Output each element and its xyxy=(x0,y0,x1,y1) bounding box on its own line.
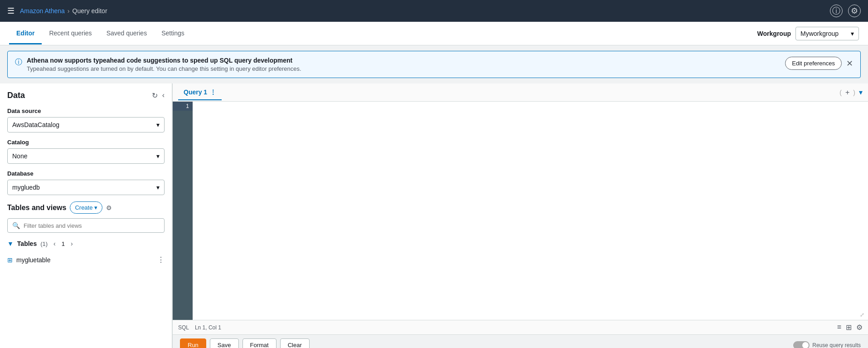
database-arrow: ▾ xyxy=(156,184,160,191)
create-button[interactable]: Create ▾ xyxy=(70,201,102,214)
breadcrumb-current: Query editor xyxy=(73,7,107,15)
sidebar-icons: ↻ ‹ xyxy=(152,91,165,100)
create-button-arrow: ▾ xyxy=(94,204,97,211)
catalog-label: Catalog xyxy=(7,139,165,146)
alert-close-icon[interactable]: ✕ xyxy=(846,59,853,69)
align-icon[interactable]: ≡ xyxy=(837,323,841,332)
sidebar: Data ↻ ‹ Data source AwsDataCatalog ▾ Ca… xyxy=(0,83,172,348)
database-label: Database xyxy=(7,170,165,177)
tabs-bar: Editor Recent queries Saved queries Sett… xyxy=(0,22,868,45)
clear-button[interactable]: Clear xyxy=(280,338,310,348)
search-icon: 🔍 xyxy=(12,222,20,229)
open-paren-icon: ( xyxy=(839,89,842,96)
query-tab-actions: ( + ) ▾ xyxy=(839,88,863,97)
tab-recent-queries[interactable]: Recent queries xyxy=(42,23,99,44)
catalog-arrow: ▾ xyxy=(156,152,160,160)
editor-textarea[interactable] xyxy=(193,102,868,320)
table-item-menu-icon[interactable]: ⋮ xyxy=(157,255,165,264)
workgroup-value: Myworkgroup xyxy=(800,30,839,37)
reuse-results-area: Reuse query results xyxy=(793,341,861,348)
tables-views-title: Tables and views xyxy=(7,204,66,212)
catalog-select[interactable]: None ▾ xyxy=(7,148,165,164)
table-item-name[interactable]: mygluetable xyxy=(16,256,154,264)
app-name-link[interactable]: Amazon Athena xyxy=(20,7,65,15)
tab-saved-queries[interactable]: Saved queries xyxy=(99,23,155,44)
toggle-thumb xyxy=(802,342,809,348)
workgroup-area: Workgroup Myworkgroup ▾ xyxy=(757,27,859,40)
bottom-toolbar: Run Save Format Clear Reuse query result… xyxy=(173,334,868,348)
resize-handle[interactable]: ⤢ xyxy=(860,312,864,318)
sidebar-header: Data ↻ ‹ xyxy=(7,91,165,100)
editor-body[interactable] xyxy=(193,102,868,320)
query-tabs-bar: Query 1 ⋮ ( + ) ▾ xyxy=(173,83,868,102)
alert-info-icon: ⓘ xyxy=(15,58,22,67)
editor-settings-icon[interactable]: ⚙ xyxy=(856,323,863,332)
edit-preferences-button[interactable]: Edit preferences xyxy=(785,57,842,70)
tabs-list: Editor Recent queries Saved queries Sett… xyxy=(9,23,757,44)
alert-description: Typeahead suggestions are turned on by d… xyxy=(27,65,781,72)
query-tab-menu-icon[interactable]: ⋮ xyxy=(210,88,216,96)
hamburger-icon[interactable]: ☰ xyxy=(7,6,15,16)
workgroup-select[interactable]: Myworkgroup ▾ xyxy=(795,27,859,40)
data-source-label: Data source xyxy=(7,108,165,114)
settings-nav-icon[interactable]: ⚙ xyxy=(848,5,861,17)
main-layout: Data ↻ ‹ Data source AwsDataCatalog ▾ Ca… xyxy=(0,83,868,348)
database-value: mygluedb xyxy=(12,184,40,191)
refresh-icon[interactable]: ↻ xyxy=(152,91,158,100)
breadcrumb: Amazon Athena › Query editor xyxy=(20,7,107,15)
sidebar-title: Data xyxy=(7,91,25,100)
close-paren-icon: ) xyxy=(853,89,855,96)
alert-content: Athena now supports typeahead code sugge… xyxy=(27,57,781,72)
format-button[interactable]: Format xyxy=(242,338,276,348)
query-tab-label: Query 1 xyxy=(184,88,207,96)
search-box: 🔍 xyxy=(7,218,165,233)
query-dropdown-icon[interactable]: ▾ xyxy=(859,88,863,97)
editor-lang: SQL xyxy=(178,324,189,331)
tables-chevron-icon[interactable]: ▼ xyxy=(7,240,14,247)
editor-gutter: 1 xyxy=(173,102,193,320)
tables-search-input[interactable] xyxy=(24,222,160,229)
catalog-value: None xyxy=(12,152,27,160)
create-button-label: Create xyxy=(75,204,92,211)
database-group: Database mygluedb ▾ xyxy=(7,170,165,195)
workgroup-label: Workgroup xyxy=(757,30,791,37)
data-source-value: AwsDataCatalog xyxy=(12,121,59,128)
alert-banner: ⓘ Athena now supports typeahead code sug… xyxy=(7,51,861,78)
line-number-1: 1 xyxy=(173,102,193,111)
editor-footer-icons: ≡ ⊞ ⚙ xyxy=(837,323,863,332)
reuse-label: Reuse query results xyxy=(812,342,861,348)
top-nav: ☰ Amazon Athena › Query editor ⓘ ⚙ xyxy=(0,0,868,22)
tables-page-number: 1 xyxy=(62,240,65,247)
tables-next-button[interactable]: › xyxy=(68,239,75,248)
table-view-icon[interactable]: ⊞ xyxy=(846,323,852,332)
database-select[interactable]: mygluedb ▾ xyxy=(7,180,165,195)
info-icon[interactable]: ⓘ xyxy=(830,5,843,17)
editor-cursor: Ln 1, Col 1 xyxy=(195,324,221,331)
table-item: ⊞ mygluetable ⋮ xyxy=(7,253,165,267)
top-nav-icons: ⓘ ⚙ xyxy=(830,5,861,17)
tab-editor[interactable]: Editor xyxy=(9,23,42,44)
tables-prev-button[interactable]: ‹ xyxy=(51,239,58,248)
tables-settings-icon[interactable]: ⚙ xyxy=(106,204,112,211)
save-button[interactable]: Save xyxy=(210,338,239,348)
alert-actions: Edit preferences ✕ xyxy=(785,57,853,70)
tables-count: (1) xyxy=(40,240,48,247)
collapse-icon[interactable]: ‹ xyxy=(162,91,165,100)
tables-nav: ▼ Tables (1) ‹ 1 › xyxy=(7,237,165,250)
catalog-group: Catalog None ▾ xyxy=(7,139,165,164)
run-button[interactable]: Run xyxy=(180,338,206,348)
tables-label: Tables xyxy=(17,240,37,247)
reuse-toggle[interactable] xyxy=(793,341,810,348)
tab-settings[interactable]: Settings xyxy=(154,23,192,44)
breadcrumb-separator: › xyxy=(68,7,70,15)
editor-area: Query 1 ⋮ ( + ) ▾ 1 ⤢ SQL Ln 1, xyxy=(172,83,868,348)
query-tab-1[interactable]: Query 1 ⋮ xyxy=(178,85,222,100)
workgroup-dropdown-arrow: ▾ xyxy=(851,30,854,37)
table-item-expand-icon[interactable]: ⊞ xyxy=(7,256,13,264)
editor-content[interactable]: 1 ⤢ xyxy=(173,102,868,320)
alert-title: Athena now supports typeahead code sugge… xyxy=(27,57,781,64)
data-source-group: Data source AwsDataCatalog ▾ xyxy=(7,108,165,132)
editor-status: SQL Ln 1, Col 1 xyxy=(178,324,832,331)
data-source-select[interactable]: AwsDataCatalog ▾ xyxy=(7,117,165,132)
add-query-tab-button[interactable]: + xyxy=(845,88,849,97)
